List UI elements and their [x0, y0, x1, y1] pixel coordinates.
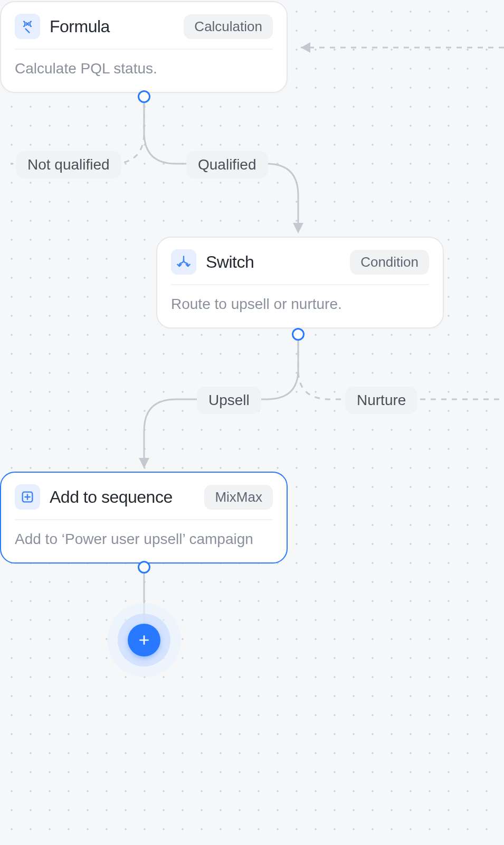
node-switch[interactable]: Switch Condition Route to upsell or nurt…	[156, 237, 444, 328]
formula-icon	[15, 14, 40, 39]
node-title: Switch	[206, 252, 254, 272]
output-port-formula[interactable]	[138, 90, 150, 103]
node-formula[interactable]: Formula Calculation Calculate PQL status…	[0, 1, 288, 93]
node-header: Add to sequence MixMax	[15, 484, 273, 520]
branch-not-qualified[interactable]: Not qualified	[16, 151, 121, 179]
node-header: Formula Calculation	[15, 14, 273, 50]
add-to-sequence-icon	[15, 484, 40, 510]
branch-upsell[interactable]: Upsell	[197, 387, 261, 414]
node-header-left: Switch	[171, 249, 254, 275]
output-port-switch[interactable]	[292, 328, 305, 341]
workflow-canvas[interactable]	[0, 0, 504, 845]
node-header: Switch Condition	[171, 249, 429, 285]
node-add-to-sequence[interactable]: Add to sequence MixMax Add to ‘Power use…	[0, 472, 288, 564]
branch-nurture[interactable]: Nurture	[345, 387, 417, 414]
node-header-left: Formula	[15, 14, 110, 39]
add-step-button[interactable]	[128, 624, 160, 656]
node-type-badge: MixMax	[204, 485, 273, 510]
node-title: Formula	[50, 17, 110, 36]
branch-qualified[interactable]: Qualified	[186, 151, 268, 179]
add-step-wrap	[107, 603, 181, 677]
plus-icon	[137, 633, 151, 647]
node-title: Add to sequence	[50, 487, 173, 507]
node-description: Route to upsell or nurture.	[171, 295, 429, 314]
node-type-badge: Condition	[350, 250, 429, 275]
node-header-left: Add to sequence	[15, 484, 173, 510]
node-description: Calculate PQL status.	[15, 59, 273, 78]
switch-icon	[171, 249, 196, 275]
output-port-sequence[interactable]	[138, 561, 150, 574]
node-type-badge: Calculation	[184, 14, 273, 39]
node-description: Add to ‘Power user upsell’ campaign	[15, 530, 273, 549]
